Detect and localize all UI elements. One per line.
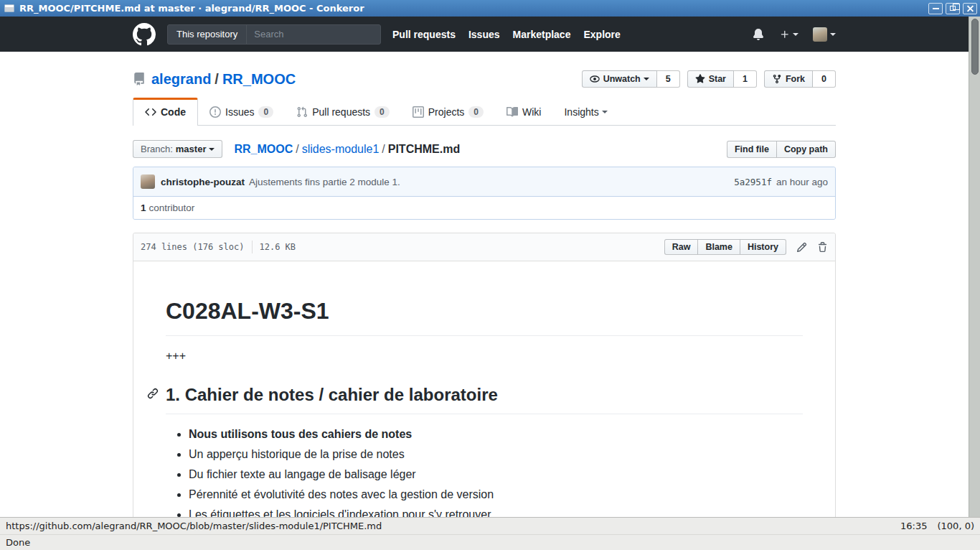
doc-section-heading-text: 1. Cahier de notes / cahier de laboratoi… (166, 385, 498, 404)
window-icon (4, 4, 14, 12)
github-header: This repository Pull requests Issues Mar… (0, 17, 969, 52)
github-logo-icon[interactable] (133, 23, 156, 46)
chevron-down-icon (602, 111, 608, 113)
file-size-info: 12.6 KB (260, 242, 296, 252)
commit-sha-link[interactable]: 5a2951f (734, 177, 772, 187)
issue-icon (209, 106, 221, 118)
close-button[interactable] (963, 3, 977, 14)
commit-time: an hour ago (776, 177, 828, 187)
chevron-down-icon (830, 33, 836, 36)
close-icon (966, 4, 974, 12)
fork-count[interactable]: 0 (813, 70, 836, 88)
latest-commit-box: christophe-pouzat Ajustements fins parti… (133, 167, 836, 220)
commit-author-avatar[interactable] (141, 174, 155, 189)
watch-count[interactable]: 5 (657, 70, 680, 88)
tab-projects-label: Projects (428, 106, 465, 118)
tab-code[interactable]: Code (133, 98, 198, 126)
chevron-down-icon (793, 33, 798, 36)
breadcrumb-dir-link[interactable]: slides-module1 (302, 143, 380, 155)
tab-insights[interactable]: Insights (552, 98, 618, 126)
search-input[interactable] (247, 29, 362, 39)
repo-owner-link[interactable]: alegrand (151, 71, 211, 88)
tab-pull-requests[interactable]: Pull requests 0 (285, 98, 401, 126)
star-button[interactable]: Star (687, 70, 734, 88)
pull-request-icon (296, 106, 308, 118)
file-info-divider (252, 241, 253, 253)
star-icon (695, 74, 705, 84)
star-count[interactable]: 1 (734, 70, 757, 88)
fork-button[interactable]: Fork (764, 70, 813, 88)
branch-label: Branch: (141, 144, 173, 154)
unwatch-label: Unwatch (603, 74, 641, 84)
blame-button[interactable]: Blame (698, 239, 740, 255)
star-group: Star 1 (687, 70, 757, 88)
search-box[interactable]: This repository (167, 24, 381, 45)
project-icon (413, 106, 424, 118)
notifications-bell-icon[interactable] (753, 29, 764, 40)
branch-select-button[interactable]: Branch: master (133, 140, 222, 158)
nav-explore[interactable]: Explore (583, 29, 620, 40)
breadcrumb-repo-link[interactable]: RR_MOOC (234, 143, 293, 155)
status-scroll-position: (100, 0) (938, 521, 975, 531)
nav-pull-requests[interactable]: Pull requests (392, 29, 456, 40)
nav-marketplace[interactable]: Marketplace (513, 29, 571, 40)
minimize-button[interactable] (928, 3, 943, 14)
window-title: RR_MOOC/PITCHME.md at master · alegrand/… (19, 3, 925, 14)
projects-counter: 0 (468, 106, 484, 118)
tab-projects[interactable]: Projects 0 (401, 98, 495, 126)
watch-group: Unwatch 5 (582, 70, 680, 88)
chevron-down-icon (644, 78, 649, 80)
browser-viewport: This repository Pull requests Issues Mar… (0, 17, 980, 517)
tab-insights-label: Insights (564, 106, 598, 118)
nav-issues[interactable]: Issues (468, 29, 500, 40)
repo-tabs: Code Issues 0 Pull requests 0 (133, 98, 836, 126)
branch-name: master (176, 144, 207, 154)
markdown-body: C028AL-W3-S1 +++ 1. Cahier de notes / ca… (133, 261, 835, 517)
create-new-button[interactable] (780, 29, 798, 39)
commit-row: christophe-pouzat Ajustements fins parti… (133, 167, 835, 196)
minimize-icon (933, 8, 939, 9)
fork-label: Fork (786, 74, 805, 84)
code-icon (145, 106, 156, 118)
scrollbar-thumb[interactable] (971, 19, 979, 75)
list-item: Nous utilisons tous des cahiers de notes (189, 426, 803, 443)
contributors-count: 1 (141, 202, 146, 213)
history-button[interactable]: History (740, 239, 786, 255)
file-nav: Branch: master RR_MOOC/slides-module1/PI… (133, 140, 836, 158)
repo-title: alegrand / RR_MOOC (133, 71, 296, 88)
commit-message-link[interactable]: Ajustements fins partie 2 module 1. (249, 177, 400, 187)
breadcrumb: RR_MOOC/slides-module1/PITCHME.md (234, 143, 460, 156)
commit-author-link[interactable]: christophe-pouzat (161, 177, 245, 187)
tab-code-label: Code (161, 106, 186, 118)
pull-requests-counter: 0 (374, 106, 390, 118)
find-file-button[interactable]: Find file (727, 141, 777, 158)
doc-section-heading: 1. Cahier de notes / cahier de laboratoi… (166, 382, 803, 414)
contributors-row[interactable]: 1contributor (133, 196, 835, 219)
user-menu-button[interactable] (813, 27, 836, 42)
list-item: Pérennité et évolutivité des notes avec … (189, 486, 803, 503)
tab-wiki-label: Wiki (522, 106, 541, 118)
tab-wiki[interactable]: Wiki (495, 98, 552, 126)
fork-icon (772, 74, 782, 84)
list-item: Du fichier texte au langage de balisage … (189, 466, 803, 483)
contributors-label: contributor (149, 202, 195, 213)
edit-pencil-icon[interactable] (796, 242, 807, 253)
anchor-link-icon[interactable] (147, 388, 159, 399)
plus-icon (780, 29, 790, 39)
vertical-scrollbar[interactable] (969, 17, 980, 517)
delete-trash-icon[interactable] (817, 242, 828, 253)
repo-book-icon (133, 73, 146, 85)
status-clock: 16:35 (900, 521, 927, 531)
list-item: Les étiquettes et les logiciels d'indexa… (189, 506, 803, 517)
repo-name-link[interactable]: RR_MOOC (222, 71, 296, 88)
copy-path-button[interactable]: Copy path (777, 141, 836, 158)
raw-button[interactable]: Raw (664, 239, 699, 255)
repo-head: alegrand / RR_MOOC Unwatch 5 (133, 52, 836, 88)
browser-statusbar: https://github.com/alegrand/RR_MOOC/blob… (0, 517, 980, 550)
tab-pull-requests-label: Pull requests (312, 106, 370, 118)
unwatch-button[interactable]: Unwatch (582, 70, 657, 88)
restore-button[interactable] (946, 3, 960, 14)
repo-separator: / (215, 71, 219, 88)
tab-issues[interactable]: Issues 0 (198, 98, 285, 126)
file-info: 274 lines (176 sloc) 12.6 KB (141, 241, 296, 253)
